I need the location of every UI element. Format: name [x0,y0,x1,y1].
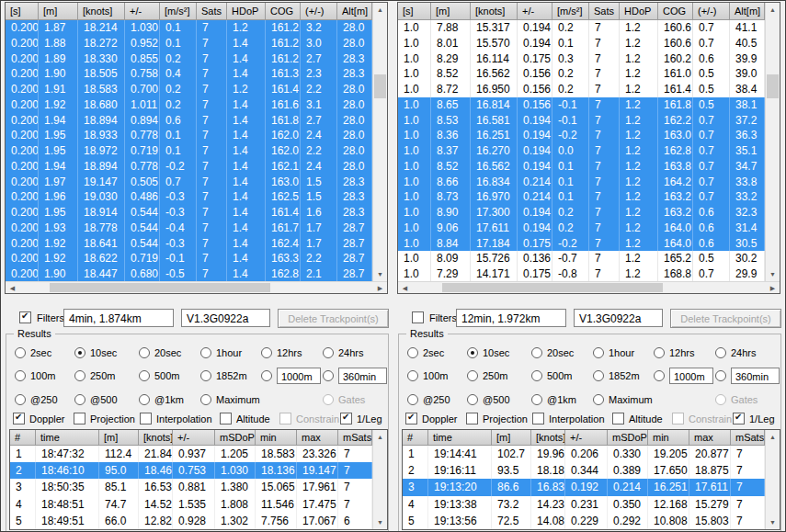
scroll-left-button[interactable]: ◀ [6,282,19,293]
checkbox-altitude[interactable]: Altitude [612,413,663,424]
filters-checkbox[interactable] [412,311,424,323]
results-row[interactable]: 219:16:1193.518.1810.3440.38917.65018.87… [403,462,765,479]
radio-1852m[interactable]: 1852m [200,370,261,381]
trackpoint-row[interactable]: 0.2001.9218.6220.719-0.171.4163.32.228.7 [6,251,372,266]
custom-360min-input[interactable]: 360min [731,368,780,384]
scroll-right-button[interactable]: ▶ [373,282,387,293]
radio-20sec[interactable]: 20sec [139,347,200,358]
checkbox-1-leg[interactable]: 1/Leg [733,413,775,424]
results-header-msats[interactable]: mSats [338,430,372,446]
checkbox-interpolation[interactable]: Interpolation [532,413,605,424]
vertical-scrollbar-thumb[interactable] [767,74,779,98]
results-row[interactable]: 518:49:5166.012.8240.9281.3027.75617.067… [10,513,372,529]
trackpoint-row[interactable]: 0.2001.9518.9140.544-0.371.4161.41.628.3 [6,205,372,221]
scroll-up-button[interactable]: ▲ [766,430,780,444]
track-header-item[interactable]: +/- [518,3,552,20]
results-header-m[interactable]: [m] [492,430,531,446]
checkbox-constrain[interactable]: Constrain [672,413,732,424]
results-row[interactable]: 419:13:3873.214.2350.2310.35012.16815.27… [403,496,765,513]
scroll-left-button[interactable]: ◀ [398,282,412,293]
trackpoint-row[interactable]: 1.08.0115.5700.1940.171.2160.60.740.5 [398,36,765,51]
vertical-scrollbar-thumb[interactable] [374,74,386,98]
checkbox-1-leg[interactable]: 1/Leg [340,413,382,424]
results-header-time[interactable]: time [428,430,492,446]
trackpoint-row[interactable]: 1.08.6516.8140.156-0.171.2161.80.538.1 [398,97,765,113]
track-header-alt-m[interactable]: Alt[m] [730,3,765,20]
radio-10sec[interactable]: 10sec [74,347,139,358]
track-header-sats[interactable]: Sats [589,3,620,20]
results-header-msats[interactable]: mSats [731,430,765,446]
track-header-m-s[interactable]: [m/s²] [160,3,197,20]
trackpoint-row[interactable]: 0.2001.8818.2720.9520.171.4161.23.028.0 [6,36,372,51]
trackpoint-row[interactable]: 0.2001.9418.8940.8940.671.4161.82.728.0 [6,113,372,129]
filter-summary-field[interactable]: 4min, 1.874km [63,309,174,327]
delete-trackpoints-button[interactable]: Delete Trackpoint(s) [278,309,389,328]
checkbox-interpolation[interactable]: Interpolation [140,413,212,424]
results-vertical-scrollbar[interactable]: ▲ ▼ [765,430,780,529]
scroll-up-button[interactable]: ▲ [373,3,387,17]
radio-12hrs[interactable]: 12hrs [654,347,715,358]
radio-500[interactable]: @500 [467,394,531,405]
trackpoint-table-body[interactable]: 1.07.8815.3170.1940.271.2160.60.741.11.0… [398,20,765,281]
trackpoint-row[interactable]: 1.08.7316.9700.2140.171.2163.20.733.2 [398,189,765,205]
radio-1hour[interactable]: 1hour [593,347,654,358]
version-field[interactable]: V1.3G0922a [181,309,270,327]
track-header-m[interactable]: [m] [431,3,471,20]
trackpoint-vertical-scrollbar[interactable]: ▲ ▼ [765,3,780,281]
radio-250m[interactable]: 250m [467,370,531,381]
version-field[interactable]: V1.3G0922a [574,309,663,327]
radio-12hrs[interactable]: 12hrs [261,347,323,358]
trackpoint-row[interactable]: 1.08.6616.8340.2140.171.2164.20.733.8 [398,175,765,190]
trackpoint-row[interactable]: 1.08.5316.5810.194-0.171.2162.20.737.2 [398,113,765,129]
track-header-m-s[interactable]: [m/s²] [552,3,589,20]
trackpoint-row[interactable]: 1.08.8417.1840.175-0.271.2164.00.630.5 [398,236,765,252]
trackpoint-row[interactable]: 0.2001.9218.6410.544-0.371.4162.41.728.7 [6,236,372,252]
checkbox-doppler[interactable]: Doppler [13,413,65,424]
radio-2sec[interactable]: 2sec [407,347,467,358]
results-header-item[interactable]: # [10,430,36,446]
radio-20sec[interactable]: 20sec [531,347,593,358]
results-header-msdop[interactable]: mSDoP [215,430,256,446]
filters-checkbox[interactable] [19,311,31,323]
results-table-body[interactable]: 119:14:41102.719.9610.2060.33019.20520.8… [403,446,765,529]
results-vertical-scrollbar[interactable]: ▲ ▼ [372,430,387,529]
results-header-item[interactable]: # [403,430,428,446]
track-header-alt-m[interactable]: Alt[m] [337,3,372,20]
radio-1852m[interactable]: 1852m [593,370,654,381]
results-table-body[interactable]: 118:47:32112.421.8450.9371.20518.58323.3… [10,446,372,529]
trackpoint-row[interactable]: 0.2001.9218.6801.0110.271.4161.63.128.0 [6,97,372,113]
checkbox-altitude[interactable]: Altitude [220,413,270,424]
track-header-cog[interactable]: COG [266,3,301,20]
radio-maximum[interactable]: Maximum [593,394,654,405]
radio-1hour[interactable]: 1hour [200,347,261,358]
track-header-cog[interactable]: COG [658,3,693,20]
trackpoint-row[interactable]: 1.08.3616.2510.194-0.271.2163.00.736.3 [398,128,765,143]
radio-250[interactable]: @250 [407,394,467,405]
results-header-max[interactable]: max [297,430,338,446]
track-header-hdop[interactable]: HDoP [620,3,658,20]
results-row[interactable]: 218:46:1095.018.4670.7531.03018.13619.14… [10,462,372,479]
trackpoint-row[interactable]: 1.08.3716.2700.1940.071.2162.80.735.1 [398,143,765,159]
track-header-s[interactable]: [s] [398,3,431,20]
checkbox-doppler[interactable]: Doppler [405,413,458,424]
trackpoint-row[interactable]: 0.2001.8718.2141.0300.171.2161.23.228.0 [6,20,372,36]
trackpoint-row[interactable]: 0.2001.9418.8940.778-0.271.4162.12.428.0 [6,159,372,175]
delete-trackpoints-button[interactable]: Delete Trackpoint(s) [670,309,781,328]
radio-24hrs[interactable]: 24hrs [715,347,780,358]
scroll-right-button[interactable]: ▶ [766,282,780,293]
custom-1000m-input[interactable]: 1000m [277,368,321,384]
results-header-item[interactable]: +/- [173,430,215,446]
radio-24hrs[interactable]: 24hrs [323,347,387,358]
trackpoint-row[interactable]: 1.08.5216.5620.1560.271.2161.00.539.0 [398,66,765,82]
trackpoint-row[interactable]: 1.07.2914.1710.175-0.871.2168.80.729.9 [398,266,765,281]
track-header-item[interactable]: +/- [125,3,160,20]
radio-500[interactable]: @500 [74,394,139,405]
results-header-max[interactable]: max [689,430,731,446]
results-header-m[interactable]: [m] [99,430,139,446]
trackpoint-row[interactable]: 0.2001.9018.5050.7580.471.4161.32.328.3 [6,66,372,82]
results-row[interactable]: 319:13:2086.616.8380.1920.21416.25117.61… [403,479,765,495]
horizontal-scrollbar-thumb[interactable] [50,283,270,292]
trackpoint-row[interactable]: 0.2001.9719.1470.5050.771.4163.01.528.3 [6,175,372,190]
trackpoint-row[interactable]: 0.2001.9118.5830.7000.271.2161.42.228.0 [6,82,372,97]
custom-1000m-input[interactable]: 1000m [669,368,713,384]
